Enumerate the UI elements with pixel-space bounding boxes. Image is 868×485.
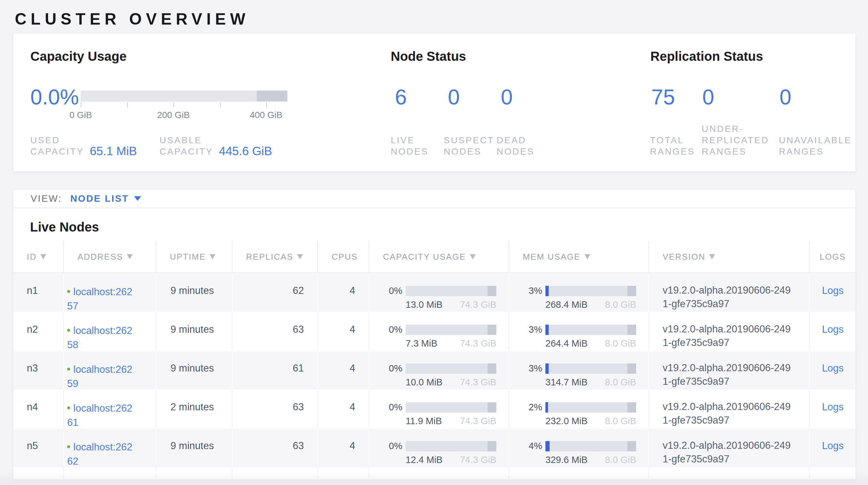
logs-link[interactable]: Logs [822,440,843,467]
usage-total-value: 8.0 GiB [605,338,636,349]
gauge-tick [220,102,221,107]
stat-value: 65.1 MiB [90,145,137,157]
gauge-axis-label: 200 GiB [157,110,190,120]
logs-link[interactable]: Logs [822,324,843,351]
node-cpus: 4 [317,390,369,428]
usage-bar-fill [546,325,549,335]
node-logs-cell: Logs [809,429,856,467]
cluster-summary-card: Capacity Usage 0.0% 0 GiB 200 GiB 400 Gi… [13,33,856,172]
live-status-dot-icon [67,406,70,409]
column-header-version[interactable]: VERSION [648,241,809,273]
usage-total-value: 74.3 GiB [460,338,496,349]
usage-percent: 0% [369,363,402,374]
usage-bar-dark-segment [627,364,636,374]
node-address-link[interactable]: localhost:26259 [67,364,132,389]
gauge-axis-label: 400 GiB [250,110,282,120]
usage-bar-dark-segment [488,325,496,335]
usage-bar-dark-segment [627,441,636,451]
usage-total-value: 74.3 GiB [460,455,496,465]
stat-number: 0 [448,85,460,109]
column-header-capacity[interactable]: CAPACITY USAGE [369,241,508,273]
stat-label: USABLECAPACITY [159,135,213,157]
usage-bar-dark-segment [627,402,636,412]
column-header-id[interactable]: ID [13,241,63,273]
gauge-axis-label: 0 GiB [69,110,92,120]
usage-bar-dark-segment [488,364,496,374]
view-selector[interactable]: NODE LIST [70,193,129,204]
node-replicas: 63 [232,429,317,467]
sort-desc-icon[interactable] [127,254,133,259]
node-replicas: 63 [232,390,317,428]
stat-label: LIVENODES [391,135,429,157]
logs-link[interactable]: Logs [822,363,843,390]
table-row-n4: n4localhost:262612 minutes6340%11.9 MiB7… [13,390,856,428]
stat-number: 0 [702,85,714,109]
capacity-usage-cell: 0%13.0 MiB74.3 GiB [369,274,508,312]
replication-status-heading: Replication Status [650,49,763,64]
usage-bar-fill [546,441,550,451]
gauge-tick [174,102,174,107]
live-status-dot-icon [67,368,70,371]
node-replicas: 63 [232,313,317,351]
column-header-replicas[interactable]: REPLICAS [232,241,317,273]
node-version-cell: v19.2.0-alpha.20190606-2491-gfe735c9a97 [648,313,809,351]
node-address-link[interactable]: localhost:26258 [67,325,132,350]
sort-desc-icon[interactable] [470,254,476,259]
usage-used-value: 268.4 MiB [546,299,588,310]
live-status-dot-icon [67,329,70,332]
gauge-tick [266,102,267,107]
node-address-link[interactable]: localhost:26257 [67,286,132,312]
node-address-link[interactable]: localhost:26262 [67,441,132,467]
usage-bar [546,441,636,451]
node-address-link[interactable]: localhost:26261 [67,403,132,428]
usage-used-value: 10.0 MiB [406,377,442,388]
usage-used-value: 329.6 MiB [546,455,588,465]
stat-label: USEDCAPACITY [30,135,84,157]
node-status-heading: Node Status [391,49,466,64]
node-cpus: 4 [317,313,369,351]
sort-desc-icon[interactable] [585,254,590,259]
logs-link[interactable]: Logs [822,401,843,428]
table-row-n3: n3localhost:262599 minutes6140%10.0 MiB7… [13,351,856,390]
node-logs-cell: Logs [809,274,856,312]
page-title: CLUSTER OVERVIEW [15,10,250,28]
column-header-memory[interactable]: MEM USAGE [508,241,648,273]
table-row-n1: n1localhost:262579 minutes6240%13.0 MiB7… [13,273,856,312]
node-table-body: n1localhost:262579 minutes6240%13.0 MiB7… [13,273,856,467]
sort-desc-icon[interactable] [40,254,46,259]
capacity-gauge-bar [81,90,287,102]
gauge-tick [127,102,128,107]
node-version: v19.2.0-alpha.20190606-2491-gfe735c9a97 [662,361,792,388]
node-id: n4 [13,390,63,428]
node-cpus: 4 [317,351,369,390]
table-row-n5: n5localhost:262629 minutes6340%12.4 MiB7… [13,428,856,467]
capacity-usage-cell: 0%7.3 MiB74.3 GiB [369,313,508,351]
usage-percent: 2% [509,402,542,412]
usage-bar-dark-segment [488,441,496,451]
capacity-usage-cell: 0%11.9 MiB74.3 GiB [369,390,508,428]
sort-desc-icon[interactable] [297,254,303,259]
node-table-header: IDADDRESSUPTIMEREPLICASCPUSCAPACITY USAG… [13,241,856,273]
usage-bar-fill [546,364,549,374]
node-cpus: 4 [317,274,369,312]
node-version-cell: v19.2.0-alpha.20190606-2491-gfe735c9a97 [648,390,809,428]
node-address-cell: localhost:26258 [63,313,156,351]
usage-percent: 3% [509,324,542,335]
usage-percent: 3% [509,286,542,296]
node-uptime: 9 minutes [156,429,232,467]
usage-bar [406,402,496,412]
live-status-dot-icon [67,445,70,448]
usage-bar-dark-segment [488,402,496,412]
node-version-cell: v19.2.0-alpha.20190606-2491-gfe735c9a97 [648,429,809,467]
usage-total-value: 74.3 GiB [460,377,496,388]
sort-desc-icon[interactable] [709,254,715,259]
node-address-cell: localhost:26261 [63,390,156,428]
column-header-uptime[interactable]: UPTIME [156,241,232,273]
logs-link[interactable]: Logs [822,285,843,312]
column-header-address[interactable]: ADDRESS [63,241,156,273]
sort-desc-icon[interactable] [210,254,215,259]
node-version: v19.2.0-alpha.20190606-2491-gfe735c9a97 [662,322,792,349]
chevron-down-icon[interactable] [134,196,141,201]
usage-percent: 0% [369,286,402,296]
usage-bar [406,325,496,335]
